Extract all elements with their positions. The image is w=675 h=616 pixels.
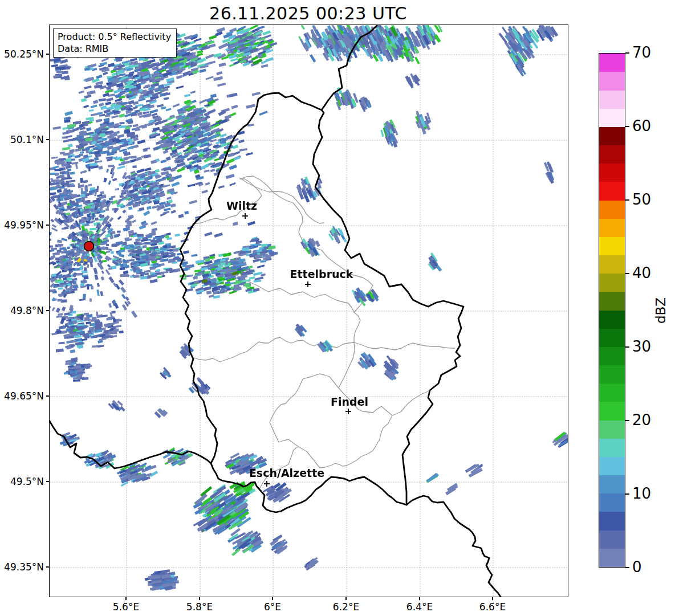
colorbar-segment <box>599 531 625 549</box>
country-border-belgium-germany <box>322 26 377 110</box>
y-axis-tick-mark <box>46 139 49 140</box>
y-axis-tick-label: 49.95°N <box>4 219 44 231</box>
x-axis-tick-label: 6°E <box>264 601 281 613</box>
y-axis-tick-mark <box>46 310 49 311</box>
colorbar-segment <box>599 164 625 182</box>
colorbar-tick-label: 10 <box>632 485 651 502</box>
city-marker <box>242 213 248 219</box>
colorbar-segment <box>599 201 625 219</box>
colorbar-tick-label: 0 <box>632 558 642 576</box>
country-border-luxembourg <box>180 93 463 512</box>
y-axis-tick-label: 49.5°N <box>10 476 44 487</box>
city-label-ettelbruck: Ettelbruck <box>290 268 353 280</box>
y-axis-tick-mark <box>46 481 49 482</box>
colorbar-tick-mark <box>625 52 629 54</box>
timestamp-title: 26.11.2025 00:23 UTC <box>49 3 567 23</box>
x-axis-tick-mark <box>125 597 127 600</box>
colorbar-segment <box>599 109 625 127</box>
border-layer <box>50 25 568 597</box>
colorbar-segment <box>599 274 625 292</box>
colorbar-segment <box>599 145 625 164</box>
y-axis-tick-mark <box>46 566 49 568</box>
y-axis-tick-mark <box>46 54 49 55</box>
x-axis-tick-label: 5.6°E <box>113 601 139 613</box>
colorbar-tick-label: 30 <box>632 338 651 355</box>
colorbar-segment <box>599 457 625 475</box>
colorbar-segment <box>599 347 625 365</box>
x-axis-tick-mark <box>199 597 200 600</box>
y-axis-tick-mark <box>46 395 49 397</box>
y-axis-tick-label: 50.25°N <box>4 48 44 60</box>
colorbar-tick-mark <box>625 346 629 348</box>
colorbar-segment <box>599 255 625 274</box>
product-info-box: Product: 0.5° Reflectivity Data: RMIB <box>53 28 177 58</box>
x-axis-tick-mark <box>419 597 420 600</box>
colorbar-segment <box>599 311 625 329</box>
colorbar-segment <box>599 72 625 90</box>
colorbar-segment <box>599 54 625 72</box>
colorbar-segment <box>599 182 625 200</box>
colorbar-segment <box>599 292 625 310</box>
y-axis-tick-label: 49.65°N <box>4 390 44 402</box>
colorbar-tick-mark <box>625 567 629 568</box>
colorbar-tick-mark <box>625 126 629 127</box>
product-info-line1: Product: 0.5° Reflectivity <box>58 31 171 43</box>
colorbar-segment <box>599 512 625 530</box>
colorbar-tick-mark <box>625 420 629 421</box>
colorbar <box>599 53 625 568</box>
colorbar-segment <box>599 493 625 512</box>
radar-map-page: 26.11.2025 00:23 UTC Product: 0.5° Refle… <box>0 0 675 616</box>
x-axis-tick-label: 6.4°E <box>406 601 433 613</box>
x-axis-tick-label: 6.6°E <box>479 601 506 613</box>
city-label-esch-alzette: Esch/Alzette <box>249 467 324 479</box>
y-axis-tick-label: 50.1°N <box>10 134 44 145</box>
colorbar-segment <box>599 384 625 402</box>
colorbar-segment <box>599 127 625 145</box>
colorbar-tick-label: 20 <box>632 411 651 429</box>
colorbar-segment <box>599 237 625 255</box>
x-axis-tick-mark <box>272 597 273 600</box>
colorbar-segment <box>599 421 625 439</box>
colorbar-segment <box>599 329 625 347</box>
product-info-line2: Data: RMIB <box>58 43 171 55</box>
colorbar-segment <box>599 219 625 237</box>
city-label-findel: Findel <box>331 395 368 408</box>
x-axis-tick-label: 5.8°E <box>186 601 213 613</box>
colorbar-tick-label: 60 <box>632 117 651 134</box>
colorbar-segment <box>599 439 625 457</box>
y-axis-tick-label: 49.8°N <box>10 305 44 316</box>
colorbar-segment <box>599 549 625 567</box>
x-axis-tick-mark <box>345 597 347 600</box>
radar-site-dot <box>84 242 94 251</box>
city-marker <box>264 481 270 487</box>
colorbar-segment <box>599 402 625 420</box>
colorbar-segment <box>599 365 625 384</box>
colorbar-tick-mark <box>625 273 629 274</box>
colorbar-segment <box>599 91 625 109</box>
colorbar-tick-mark <box>625 493 629 495</box>
colorbar-tick-mark <box>625 199 629 201</box>
y-axis-tick-mark <box>46 225 49 226</box>
country-border-france-belgium <box>50 421 211 468</box>
country-border-france-germany <box>406 496 501 597</box>
colorbar-tick-label: 50 <box>632 191 651 208</box>
x-axis-tick-mark <box>492 597 493 600</box>
colorbar-axis-label: dBZ <box>653 297 668 323</box>
colorbar-tick-label: 70 <box>632 44 651 61</box>
x-axis-tick-label: 6.2°E <box>333 601 359 613</box>
map-plot-area: Product: 0.5° Reflectivity Data: RMIB <box>49 25 568 597</box>
city-marker <box>345 409 351 414</box>
city-marker <box>305 282 311 287</box>
colorbar-segment <box>599 475 625 493</box>
colorbar-tick-label: 40 <box>632 264 651 282</box>
city-label-wiltz: Wiltz <box>226 199 257 212</box>
y-axis-tick-label: 49.35°N <box>4 561 44 573</box>
